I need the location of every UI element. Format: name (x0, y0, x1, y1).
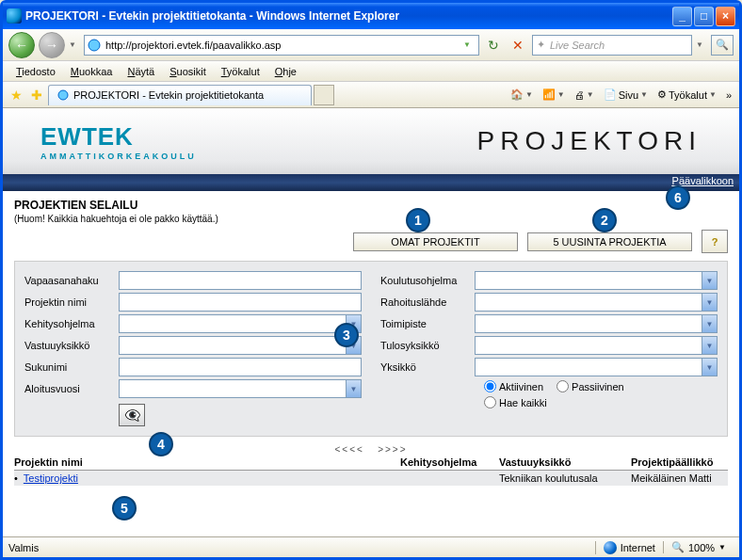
tab-bar: ★ ✚ PROJEKTORI - Evtekin projektitietoka… (3, 82, 739, 108)
menu-help[interactable]: Ohje (267, 64, 304, 79)
label-freetext: Vapaasanahaku (24, 275, 119, 286)
zoom-value: 100% (688, 542, 715, 553)
annotation-5: 5 (112, 496, 137, 520)
status-text: Valmis (8, 542, 595, 553)
select-location[interactable]: ▼ (475, 314, 718, 333)
radio-passive[interactable]: Passiivinen (556, 380, 624, 392)
cell-manager: Meikäläinen Matti (631, 472, 728, 484)
search-button[interactable]: 🔍 (711, 35, 734, 56)
ie-icon (7, 8, 22, 24)
zoom-segment[interactable]: 🔍 100% ▼ (663, 541, 734, 553)
search-dropdown[interactable]: ▼ (696, 40, 707, 49)
search-box[interactable]: ✦ Live Search (532, 35, 692, 56)
page-icon: 📄 (604, 88, 617, 101)
col-projectname: Projektin nimi (14, 456, 400, 468)
label-projectname: Projektin nimi (24, 296, 119, 308)
zoom-icon: 🔍 (671, 541, 685, 553)
main-menu-link[interactable]: Päävalikkoon (672, 175, 734, 186)
menu-view[interactable]: Näytä (120, 64, 162, 79)
minimize-button[interactable]: _ (672, 7, 692, 26)
header-band: EWTEK AMMATTIKORKEAKOULU PROJEKTORI (3, 108, 739, 174)
own-projects-button[interactable]: OMAT PROJEKTIT (353, 232, 518, 251)
label-location: Toimipiste (380, 318, 475, 329)
printer-icon: 🖨 (574, 89, 585, 101)
tab-title: PROJEKTORI - Evtekin projektitietokanta (73, 89, 264, 101)
cell-respunit: Tekniikan koulutusala (499, 472, 631, 484)
chevron-down-icon: ▼ (702, 337, 717, 354)
select-funding[interactable]: ▼ (475, 293, 718, 312)
pager-prev[interactable]: <<<< (334, 444, 363, 455)
annotation-3: 3 (334, 323, 359, 347)
back-button[interactable]: ← (8, 32, 35, 58)
input-surname[interactable] (119, 358, 362, 376)
tab-favicon (56, 88, 70, 102)
menu-file[interactable]: Tiedosto (8, 64, 63, 79)
ewtek-logo: EWTEK AMMATTIKORKEAKOULU (40, 122, 197, 161)
svg-point-1 (58, 90, 68, 100)
col-respunit: Vastuuyksikkö (499, 456, 631, 468)
chevron-down-icon: ▼ (718, 543, 726, 552)
help-button[interactable]: ? (702, 230, 728, 253)
select-resultunit[interactable]: ▼ (475, 336, 718, 355)
annotation-4: 4 (149, 432, 173, 456)
select-devprogram[interactable]: ▼ (119, 314, 362, 333)
select-unit[interactable]: ▼ (475, 358, 718, 376)
maximize-button[interactable]: □ (694, 7, 714, 26)
navy-band: Päävalikkoon (3, 174, 739, 191)
chevron-down-icon: ▼ (702, 272, 717, 289)
annotation-2: 2 (592, 208, 617, 232)
address-bar[interactable]: ▼ (84, 35, 479, 56)
projektori-logo: PROJEKTORI (477, 126, 702, 156)
forward-button[interactable]: → (39, 32, 65, 58)
page-menu[interactable]: 📄Sivu▼ (600, 87, 652, 103)
select-respunit[interactable]: ▼ (119, 336, 362, 355)
browser-tab[interactable]: PROJEKTORI - Evtekin projektitietokanta (48, 85, 312, 105)
label-respunit: Vastuuyksikkö (24, 340, 119, 351)
status-bar: Valmis Internet 🔍 100% ▼ (3, 536, 739, 557)
search-submit-button[interactable]: 👁‍🗨 (119, 404, 145, 426)
menu-edit[interactable]: Muokkaa (63, 64, 121, 79)
feeds-button[interactable]: 📶▼ (539, 87, 569, 103)
tools-menu[interactable]: ⚙Työkalut▼ (653, 87, 720, 103)
favorites-icon[interactable]: ★ (7, 88, 25, 103)
new-tab-button[interactable] (314, 85, 334, 105)
stop-button[interactable]: ✕ (508, 35, 528, 56)
home-button[interactable]: 🏠▼ (507, 87, 537, 103)
svg-point-0 (89, 40, 100, 51)
url-dropdown[interactable]: ▼ (463, 40, 476, 49)
refresh-button[interactable]: ↻ (483, 35, 504, 56)
add-favorite-icon[interactable]: ✚ (27, 88, 46, 103)
label-surname: Sukunimi (24, 361, 119, 373)
select-curriculum[interactable]: ▼ (475, 271, 718, 290)
latest-projects-button[interactable]: 5 UUSINTA PROJEKTIA (527, 232, 692, 251)
titlebar: PROJEKTORI - Evtekin projektitietokanta … (3, 3, 739, 29)
annotation-1: 1 (406, 208, 430, 232)
page-content: EWTEK AMMATTIKORKEAKOULU PROJEKTORI Pääv… (3, 108, 739, 541)
menu-tools[interactable]: Työkalut (214, 64, 267, 79)
nav-history-dropdown[interactable]: ▼ (69, 40, 80, 49)
pager-next[interactable]: >>>> (378, 444, 407, 455)
radio-active[interactable]: Aktiivinen (484, 380, 543, 392)
gear-icon: ⚙ (657, 88, 667, 101)
select-startyear[interactable]: ▼ (119, 379, 362, 398)
url-input[interactable] (105, 40, 463, 51)
label-devprogram: Kehitysohjelma (24, 318, 119, 329)
close-button[interactable]: × (716, 7, 735, 26)
input-freetext[interactable] (119, 271, 362, 290)
print-button[interactable]: 🖨▼ (571, 88, 598, 103)
annotation-6: 6 (666, 185, 690, 210)
input-projectname[interactable] (119, 293, 362, 312)
menu-favorites[interactable]: Suosikit (162, 64, 214, 79)
label-startyear: Aloitusvuosi (24, 383, 119, 394)
label-unit: Yksikkö (380, 361, 475, 373)
magnifier-icon: 🔍 (716, 39, 729, 51)
table-row: •Testiprojekti Tekniikan koulutusala Mei… (14, 471, 728, 486)
search-placeholder: Live Search (550, 40, 605, 51)
project-link[interactable]: Testiprojekti (24, 472, 78, 484)
chevron-more[interactable]: » (722, 88, 735, 103)
radio-all[interactable]: Hae kaikki (484, 396, 547, 408)
globe-icon (604, 541, 617, 554)
zone-segment: Internet (595, 541, 663, 554)
search-form: Vapaasanahaku Projektin nimi Kehitysohje… (14, 261, 728, 437)
nav-toolbar: ← → ▼ ▼ ↻ ✕ ✦ Live Search ▼ 🔍 (3, 29, 739, 61)
